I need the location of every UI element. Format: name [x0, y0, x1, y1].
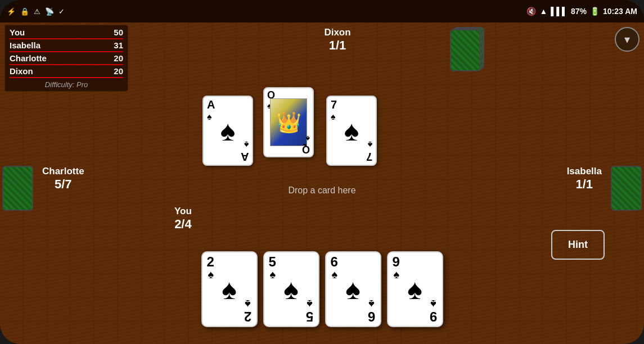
- charlotte-card-back: [2, 166, 33, 211]
- queen-bottom-label: Q♠: [302, 134, 310, 155]
- battery-label: 87%: [571, 7, 587, 16]
- hand-card-2-suit-bottom: ♠: [245, 297, 251, 310]
- hand-card-2-center: ♠: [222, 273, 237, 306]
- score-value-dixon: 20: [114, 66, 123, 76]
- isabella-area: Isabella 1/1: [567, 166, 602, 192]
- hand-card-5-center: ♠: [283, 273, 299, 306]
- status-bar: ⚡ 🔒 ⚠ 📡 ✓ 🔇 ▲ ▌▌▌ 87% 🔋 10:23 AM: [0, 0, 644, 22]
- chevron-down-icon: ▾: [624, 33, 630, 46]
- battery-icon: 🔋: [590, 7, 600, 16]
- ace-top-label: A♠: [207, 99, 215, 121]
- seven-center-spade: ♠: [344, 117, 359, 145]
- hand-card-6-bottom: 6: [368, 310, 375, 323]
- ace-center-spade: ♠: [220, 117, 236, 145]
- hint-label: Hint: [568, 239, 588, 250]
- charlotte-name: Charlotte: [42, 166, 84, 177]
- time-display: 10:23 AM: [603, 7, 637, 16]
- charlotte-deck: [2, 166, 33, 211]
- game-area: You 50 Isabella 31 Charlotte 20 Dixon 20…: [0, 22, 644, 344]
- ace-bottom-label: A♠: [241, 140, 249, 162]
- score-value-charlotte: 20: [114, 53, 123, 63]
- dropdown-button[interactable]: ▾: [615, 27, 640, 52]
- hand-card-9[interactable]: 9 ♠ ♠ ♠ 9: [387, 251, 443, 327]
- hand-card-2[interactable]: 2 ♠ ♠ ♠ 2: [201, 251, 258, 327]
- usb-icon: ⚡: [7, 7, 16, 16]
- score-row-dixon: Dixon 20: [10, 66, 123, 78]
- charlotte-tricks: 5/7: [42, 177, 84, 192]
- seven-of-spades[interactable]: 7♠ ♠ 7♠: [326, 96, 377, 166]
- hint-button[interactable]: Hint: [551, 230, 605, 260]
- mute-icon: 🔇: [526, 7, 536, 16]
- hand-card-6-suit-top: ♠: [332, 268, 338, 281]
- score-name-charlotte: Charlotte: [10, 53, 47, 63]
- hand-card-9-suit-top: ♠: [394, 268, 400, 281]
- hand-card-5[interactable]: 5 ♠ ♠ ♠ 5: [263, 251, 319, 327]
- hand-card-5-suit-top: ♠: [270, 268, 276, 281]
- seven-top-label: 7♠: [331, 99, 337, 121]
- score-name-you: You: [10, 28, 25, 37]
- hand-card-9-top: 9: [393, 255, 400, 269]
- you-tricks: 2/4: [174, 217, 192, 232]
- hand-card-6[interactable]: 6 ♠ ♠ ♠ 6: [325, 251, 381, 327]
- hand-card-6-center: ♠: [345, 273, 361, 306]
- dixon-name: Dixon: [324, 27, 350, 38]
- wifi-icon: ▲: [539, 7, 547, 16]
- difficulty-label: Difficulty: Pro: [10, 80, 123, 89]
- isabella-deck: [611, 166, 642, 211]
- status-icons-left: ⚡ 🔒 ⚠ 📡 ✓: [7, 7, 65, 16]
- hand-card-9-center: ♠: [407, 273, 422, 306]
- dixon-area: Dixon 1/1: [324, 27, 350, 53]
- isabella-name: Isabella: [567, 166, 602, 177]
- hand-card-9-bottom: 9: [430, 310, 437, 323]
- isabella-card-back: [611, 166, 642, 211]
- hand-card-5-bottom: 5: [306, 310, 313, 323]
- hand-card-2-suit-top: ♠: [208, 268, 214, 281]
- hand-card-5-suit-bottom: ♠: [307, 297, 313, 310]
- hand-card-9-suit-bottom: ♠: [430, 297, 436, 310]
- hand-card-6-suit-bottom: ♠: [368, 297, 375, 310]
- score-panel: You 50 Isabella 31 Charlotte 20 Dixon 20…: [4, 25, 128, 92]
- you-area: You 2/4: [174, 206, 192, 232]
- queen-face-unicode: 👑: [276, 111, 301, 134]
- table-card-queen[interactable]: Q♠ 👑 Q♠: [263, 87, 314, 157]
- deck-card-1: [450, 29, 481, 71]
- hand-card-2-top: 2: [207, 255, 214, 269]
- drop-zone-label: Drop a card here: [288, 185, 355, 195]
- lock-icon: 🔒: [20, 7, 29, 16]
- charlotte-area: Charlotte 5/7: [42, 166, 84, 192]
- signal-icon: ✓: [58, 7, 65, 16]
- bars-icon: ▌▌▌: [551, 7, 568, 16]
- queen-of-spades[interactable]: Q♠ 👑 Q♠: [263, 87, 314, 157]
- score-row-charlotte: Charlotte 20: [10, 53, 123, 65]
- seven-bottom-label: 7♠: [366, 140, 372, 162]
- isabella-tricks: 1/1: [567, 177, 602, 192]
- dixon-tricks: 1/1: [324, 38, 350, 53]
- wifi-off-icon: 📡: [45, 7, 54, 16]
- drop-zone[interactable]: Drop a card here: [288, 185, 355, 196]
- table-card-seven[interactable]: 7♠ ♠ 7♠: [326, 96, 377, 166]
- score-name-isabella: Isabella: [10, 40, 40, 50]
- you-name: You: [174, 206, 192, 217]
- hand-card-6-top: 6: [331, 255, 338, 269]
- status-icons-right: 🔇 ▲ ▌▌▌ 87% 🔋 10:23 AM: [526, 7, 637, 16]
- score-row-isabella: Isabella 31: [10, 40, 123, 52]
- score-value-you: 50: [114, 28, 123, 37]
- warning-icon: ⚠: [34, 7, 40, 16]
- score-row-you: You 50: [10, 28, 123, 39]
- score-name-dixon: Dixon: [10, 66, 33, 76]
- phone-frame: ⚡ 🔒 ⚠ 📡 ✓ 🔇 ▲ ▌▌▌ 87% 🔋 10:23 AM You 50 …: [0, 0, 644, 344]
- table-card-ace[interactable]: A♠ ♠ A♠: [202, 96, 253, 166]
- ace-of-spades[interactable]: A♠ ♠ A♠: [202, 96, 253, 166]
- hand-card-2-bottom: 2: [244, 310, 251, 323]
- hand-card-5-top: 5: [269, 255, 276, 269]
- score-value-isabella: 31: [114, 40, 123, 50]
- hand-area: 2 ♠ ♠ ♠ 2 5 ♠ ♠ ♠ 5 6 ♠ ♠ ♠ 6: [201, 251, 443, 327]
